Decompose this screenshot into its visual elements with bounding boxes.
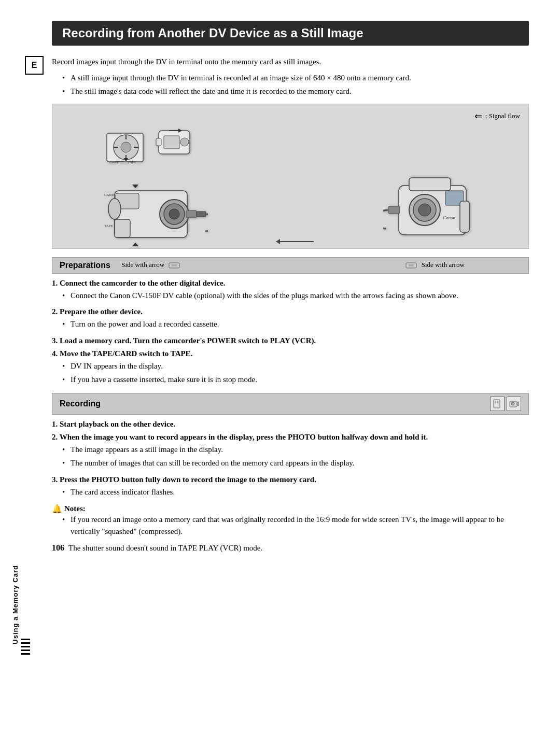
- small-cam-dial-svg: CARD TAPE: [104, 128, 148, 167]
- page-number: 106: [52, 543, 64, 553]
- svg-rect-29: [186, 210, 197, 218]
- connector-arrow-svg: [275, 234, 316, 249]
- prep-step-1: 1. Connect the camcorder to the other di…: [52, 279, 529, 302]
- svg-rect-15: [156, 138, 161, 146]
- svg-marker-27: [132, 185, 138, 188]
- e-badge: E: [25, 56, 44, 75]
- svg-rect-13: [164, 136, 179, 149]
- recording-header: Recording: [52, 393, 529, 415]
- main-cam-left-svg: CARD TAPE: [94, 175, 208, 256]
- note-1: If you record an image onto a memory car…: [62, 514, 529, 537]
- prep-step-2-bullet-1: Turn on the power and load a recorded ca…: [62, 318, 529, 330]
- svg-rect-30: [197, 211, 206, 217]
- page-container: E Recording from Another DV Device as a …: [0, 0, 560, 748]
- rec-step-3-bullets: The card access indicator flashes.: [62, 486, 529, 498]
- notes-header: 🔔 Notes:: [52, 504, 529, 514]
- signal-flow-arrow: ⇐: [474, 110, 482, 122]
- rec-step-2-bullets: The image appears as a still image in th…: [62, 444, 529, 469]
- prep-step-2-bullets: Turn on the power and load a recorded ca…: [62, 318, 529, 330]
- rec-step-2: 2. When the image you want to record app…: [52, 433, 529, 469]
- prep-step-3: 3. Load a memory card. Turn the camcorde…: [52, 336, 529, 345]
- bottom-notes: 🔔 Notes: If you record an image onto a m…: [52, 504, 529, 537]
- svg-text:CARD: CARD: [109, 160, 119, 164]
- rec-step-3-bullet-1: The card access indicator flashes.: [62, 486, 529, 498]
- svg-rect-45: [409, 264, 414, 266]
- svg-rect-48: [497, 401, 498, 403]
- rec-step-1-title: 1. Start playback on the other device.: [52, 420, 529, 429]
- prep-step-3-title: 3. Load a memory card. Turn the camcorde…: [52, 336, 529, 345]
- svg-rect-43: [388, 206, 400, 214]
- recording-title: Recording: [60, 399, 101, 408]
- page-title: Recording from Another DV Device as a St…: [62, 26, 519, 40]
- prep-step-4-bullets: DV IN appears in the display. If you hav…: [62, 360, 529, 386]
- sidebar-line-4: [21, 650, 30, 651]
- camera-small-icon: [509, 399, 519, 409]
- rec-step-3: 3. Press the PHOTO button fully down to …: [52, 475, 529, 498]
- svg-text:TAPE: TAPE: [104, 224, 113, 228]
- svg-point-24: [108, 199, 121, 219]
- svg-text:Canon: Canon: [443, 215, 456, 220]
- prep-step-2: 2. Prepare the other device. Turn on the…: [52, 307, 529, 330]
- intro-bullets: A still image input through the DV in te…: [62, 72, 529, 97]
- sidebar-line-5: [21, 653, 30, 655]
- prep-step-1-bullet-1: Connect the Canon CV-150F DV cable (opti…: [62, 290, 529, 302]
- svg-rect-42: [460, 201, 469, 232]
- camera-right-label: Side with arrow: [405, 261, 464, 270]
- camera-left-label: Side with arrow: [121, 261, 180, 270]
- title-bar: Recording from Another DV Device as a St…: [52, 21, 529, 46]
- svg-point-39: [418, 204, 431, 216]
- e-badge-text: E: [32, 61, 37, 70]
- bottom-row: 106 The shutter sound doesn't sound in T…: [52, 543, 529, 553]
- notes-bullets: If you record an image onto a memory car…: [62, 514, 529, 537]
- svg-point-21: [169, 209, 179, 219]
- diagram-area: ⇐ : Signal flow: [52, 104, 529, 249]
- signal-flow-label: ⇐ : Signal flow: [474, 110, 520, 122]
- memory-card-icon: [492, 399, 502, 409]
- sidebar-label: Using a Memory Card: [11, 565, 19, 644]
- small-cam-side-svg: [153, 128, 198, 167]
- main-cam-right-svg: Canon: [383, 173, 487, 256]
- recording-icon-2: [507, 397, 521, 411]
- rec-step-3-title: 3. Press the PHOTO button fully down to …: [52, 475, 529, 484]
- camera-right-group: Canon Side with arrow: [383, 173, 487, 270]
- rec-step-2-bullet-1: The image appears as a still image in th…: [62, 444, 529, 456]
- prep-step-4-bullet-1: DV IN appears in the display.: [62, 360, 529, 372]
- intro-bullet-2: The still image's data code will reflect…: [62, 86, 529, 97]
- svg-text:TAPE: TAPE: [128, 160, 136, 164]
- intro-paragraph: Record images input through the DV in te…: [52, 56, 529, 68]
- svg-point-14: [180, 138, 189, 146]
- recording-icons: [490, 397, 521, 411]
- svg-rect-36: [409, 178, 451, 191]
- svg-rect-46: [494, 400, 500, 408]
- svg-marker-34: [276, 239, 280, 244]
- sidebar-line-2: [21, 642, 30, 644]
- notes-icon: 🔔: [52, 504, 62, 514]
- recording-icon-1: [490, 397, 505, 411]
- prep-step-1-bullets: Connect the Canon CV-150F DV cable (opti…: [62, 290, 529, 302]
- connector-left-icon: [168, 261, 180, 270]
- sidebar-lines: [21, 639, 30, 655]
- rec-step-1: 1. Start playback on the other device.: [52, 420, 529, 429]
- prep-step-4-title: 4. Move the TAPE/CARD switch to TAPE.: [52, 349, 529, 358]
- prep-step-1-title: 1. Connect the camcorder to the other di…: [52, 279, 529, 288]
- camera-left-group: CARD TAPE: [94, 128, 208, 270]
- prep-step-4-bullet-2: If you have a cassette inserted, make su…: [62, 374, 529, 386]
- rec-step-2-title: 2. When the image you want to record app…: [52, 433, 529, 442]
- connector-right-icon: [405, 261, 417, 270]
- intro-bullet-1: A still image input through the DV in te…: [62, 72, 529, 84]
- svg-text:CARD: CARD: [104, 193, 114, 197]
- rec-step-2-bullet-2: The number of images that can still be r…: [62, 457, 529, 469]
- top-small-cams: CARD TAPE: [104, 128, 198, 167]
- svg-marker-50: [517, 402, 519, 406]
- svg-rect-23: [115, 219, 130, 237]
- prep-step-2-title: 2. Prepare the other device.: [52, 307, 529, 316]
- diagram-cameras: CARD TAPE: [61, 112, 520, 270]
- prep-step-4: 4. Move the TAPE/CARD switch to TAPE. DV…: [52, 349, 529, 386]
- bottom-note-2: The shutter sound doesn't sound in TAPE …: [68, 544, 262, 553]
- svg-point-51: [511, 402, 514, 405]
- svg-marker-28: [132, 243, 138, 246]
- sidebar-line-3: [21, 646, 30, 647]
- sidebar-line-1: [21, 639, 30, 640]
- connector-line: [275, 234, 316, 270]
- svg-rect-32: [172, 264, 177, 266]
